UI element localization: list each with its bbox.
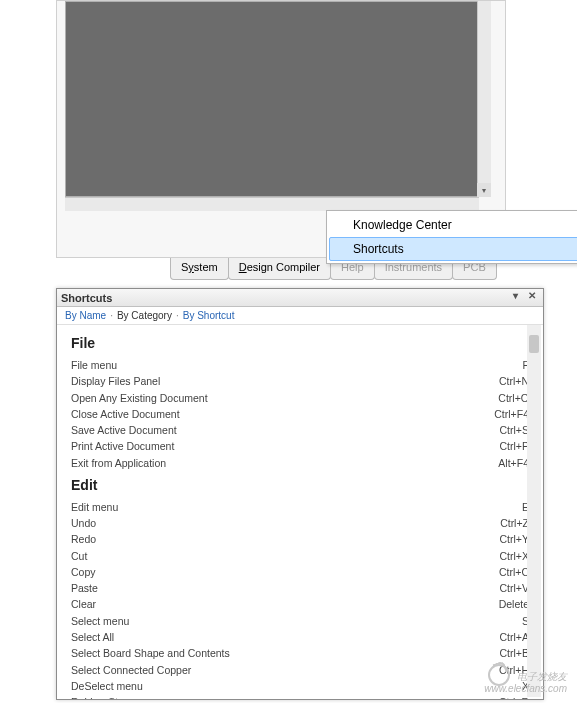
shortcut-name: Edit menu bbox=[71, 499, 118, 515]
shortcut-row[interactable]: Print Active DocumentCtrl+P bbox=[71, 438, 529, 454]
shortcuts-filter-bar: By Name · By Category · By Shortcut bbox=[57, 307, 543, 325]
shortcut-name: Select Connected Copper bbox=[71, 662, 191, 678]
shortcut-key: Ctrl+A bbox=[480, 629, 529, 645]
shortcut-row[interactable]: UndoCtrl+Z bbox=[71, 515, 529, 531]
shortcuts-panel: Shortcuts ▾ ✕ By Name · By Category · By… bbox=[56, 288, 544, 700]
tab-text: stem bbox=[194, 261, 218, 273]
shortcut-row[interactable]: Exit from ApplicationAlt+F4 bbox=[71, 455, 529, 471]
shortcuts-scrollbar[interactable] bbox=[527, 325, 541, 697]
shortcut-row[interactable]: CopyCtrl+C bbox=[71, 564, 529, 580]
shortcut-key: F bbox=[503, 357, 529, 373]
shortcut-row[interactable]: ClearDelete bbox=[71, 596, 529, 612]
shortcut-key: Ctrl+X bbox=[480, 548, 529, 564]
tab-hotkey: D bbox=[239, 261, 247, 273]
shortcut-row[interactable]: Select Connected CopperCtrl+H bbox=[71, 662, 529, 678]
shortcut-key: Alt+F4 bbox=[478, 455, 529, 471]
shortcut-name: Clear bbox=[71, 596, 96, 612]
filter-by-category[interactable]: By Category bbox=[117, 310, 172, 321]
shortcut-name: Redo bbox=[71, 531, 96, 547]
shortcut-row[interactable]: File menuF bbox=[71, 357, 529, 373]
shortcut-row[interactable]: Display Files PanelCtrl+N bbox=[71, 373, 529, 389]
shortcut-name: Paste bbox=[71, 580, 98, 596]
shortcut-key: Ctrl+Y bbox=[480, 531, 529, 547]
shortcut-key: E bbox=[502, 499, 529, 515]
shortcut-name: Close Active Document bbox=[71, 406, 180, 422]
scrollbar-vertical[interactable] bbox=[477, 1, 491, 197]
shortcut-name: Rubber Stamp bbox=[71, 694, 139, 699]
shortcut-key: Ctrl+N bbox=[479, 373, 529, 389]
shortcut-name: File menu bbox=[71, 357, 117, 373]
scroll-down-arrow-icon[interactable]: ▾ bbox=[477, 183, 491, 197]
shortcut-key: S bbox=[502, 613, 529, 629]
shortcut-row[interactable]: Open Any Existing DocumentCtrl+O bbox=[71, 390, 529, 406]
shortcut-row[interactable]: Select AllCtrl+A bbox=[71, 629, 529, 645]
shortcut-row[interactable]: Save Active DocumentCtrl+S bbox=[71, 422, 529, 438]
shortcut-name: Select All bbox=[71, 629, 114, 645]
shortcuts-title: Shortcuts bbox=[61, 292, 112, 304]
shortcut-row[interactable]: Rubber StampCtrl+R bbox=[71, 694, 529, 699]
shortcut-name: Undo bbox=[71, 515, 96, 531]
shortcut-key: Ctrl+C bbox=[479, 564, 529, 580]
scroll-thumb[interactable] bbox=[529, 335, 539, 353]
shortcut-name: Select Board Shape and Contents bbox=[71, 645, 230, 661]
status-tab-design-compiler[interactable]: Design Compiler bbox=[228, 258, 331, 280]
shortcut-key: Ctrl+V bbox=[480, 580, 529, 596]
shortcut-key: Ctrl+Z bbox=[480, 515, 529, 531]
status-tab-system[interactable]: System bbox=[170, 258, 229, 280]
shortcut-key: Delete bbox=[479, 596, 529, 612]
shortcut-key: Ctrl+O bbox=[478, 390, 529, 406]
shortcut-name: Open Any Existing Document bbox=[71, 390, 208, 406]
separator-icon: · bbox=[110, 310, 113, 321]
shortcut-row[interactable]: RedoCtrl+Y bbox=[71, 531, 529, 547]
design-canvas[interactable] bbox=[65, 1, 479, 197]
shortcut-name: Exit from Application bbox=[71, 455, 166, 471]
shortcut-row[interactable]: Select Board Shape and ContentsCtrl+B bbox=[71, 645, 529, 661]
shortcut-key: Ctrl+F4 bbox=[474, 406, 529, 422]
shortcut-row[interactable]: Edit menuE bbox=[71, 499, 529, 515]
filter-by-name[interactable]: By Name bbox=[65, 310, 106, 321]
shortcut-name: Copy bbox=[71, 564, 96, 580]
filter-by-shortcut[interactable]: By Shortcut bbox=[183, 310, 235, 321]
shortcut-name: Display Files Panel bbox=[71, 373, 160, 389]
shortcut-name: Print Active Document bbox=[71, 438, 174, 454]
section-head-file: File bbox=[71, 335, 529, 351]
shortcuts-titlebar[interactable]: Shortcuts ▾ ✕ bbox=[57, 289, 543, 307]
menu-item-knowledge-center[interactable]: Knowledge Center bbox=[329, 213, 577, 237]
shortcut-name: Cut bbox=[71, 548, 87, 564]
shortcut-row[interactable]: CutCtrl+X bbox=[71, 548, 529, 564]
close-icon[interactable]: ✕ bbox=[525, 290, 539, 301]
scrollbar-horizontal[interactable] bbox=[65, 197, 479, 211]
shortcut-row[interactable]: DeSelect menuX bbox=[71, 678, 529, 694]
shortcut-row[interactable]: Close Active DocumentCtrl+F4 bbox=[71, 406, 529, 422]
shortcut-key: Ctrl+S bbox=[480, 422, 529, 438]
shortcut-row[interactable]: Select menuS bbox=[71, 613, 529, 629]
watermark-line1: 电子发烧友 bbox=[517, 671, 567, 682]
tab-text: esign Compiler bbox=[247, 261, 320, 273]
section-head-edit: Edit bbox=[71, 477, 529, 493]
shortcuts-body: File File menuF Display Files PanelCtrl+… bbox=[57, 325, 543, 699]
shortcut-name: Save Active Document bbox=[71, 422, 177, 438]
shortcut-row[interactable]: PasteCtrl+V bbox=[71, 580, 529, 596]
separator-icon: · bbox=[176, 310, 179, 321]
shortcut-key: Ctrl+P bbox=[480, 438, 529, 454]
shortcut-name: DeSelect menu bbox=[71, 678, 143, 694]
shortcut-name: Select menu bbox=[71, 613, 129, 629]
watermark: 电子发烧友 www.elecfans.com bbox=[484, 658, 567, 695]
menu-item-shortcuts[interactable]: Shortcuts bbox=[329, 237, 577, 261]
panel-selector-menu: Knowledge Center Shortcuts bbox=[326, 210, 577, 264]
pin-icon[interactable]: ▾ bbox=[508, 290, 522, 301]
